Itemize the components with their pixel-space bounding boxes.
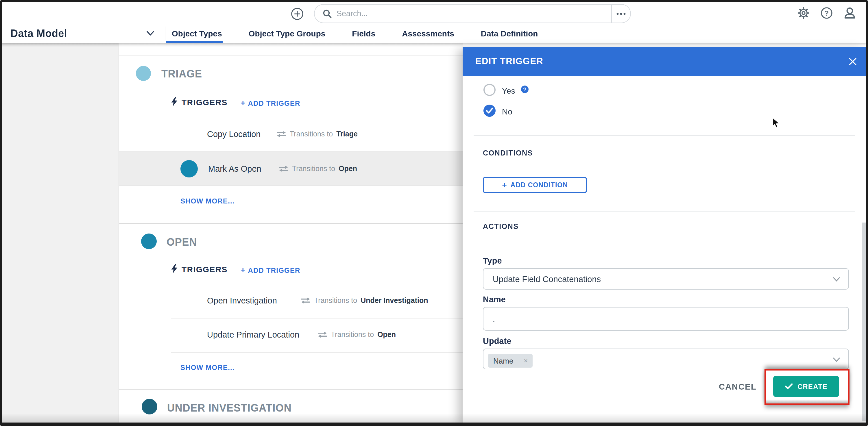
trigger-name[interactable]: Copy Location bbox=[207, 129, 260, 139]
settings-gear-icon[interactable] bbox=[798, 7, 810, 19]
section-title-triage: TRIAGE bbox=[161, 68, 202, 80]
create-button[interactable]: CREATE bbox=[773, 376, 839, 397]
search-more-button[interactable] bbox=[611, 5, 630, 23]
annotation-highlight-rect: CREATE bbox=[765, 369, 849, 405]
show-more-link-open[interactable]: SHOW MORE... bbox=[180, 364, 235, 372]
modal-header: EDIT TRIGGER bbox=[463, 47, 866, 76]
topbar-icons: ? bbox=[798, 7, 856, 19]
show-more-link-triage[interactable]: SHOW MORE... bbox=[180, 197, 235, 205]
active-tab-underline bbox=[166, 41, 223, 43]
trigger-transition: Transitions to Open bbox=[279, 165, 357, 173]
row-divider bbox=[171, 318, 463, 319]
trigger-name[interactable]: Update Primary Location bbox=[207, 330, 299, 339]
section-title-open: OPEN bbox=[166, 236, 197, 249]
lightning-icon bbox=[171, 97, 178, 106]
state-circle-triage bbox=[136, 66, 151, 81]
state-circle-open bbox=[141, 233, 157, 249]
triggers-heading-triage: TRIGGERS bbox=[182, 98, 227, 107]
tab-object-type-groups[interactable]: Object Type Groups bbox=[235, 29, 339, 38]
bottom-shade bbox=[2, 413, 866, 423]
triggers-heading-open: TRIGGERS bbox=[182, 265, 227, 274]
chevron-down-icon bbox=[833, 357, 840, 362]
tab-fields[interactable]: Fields bbox=[339, 29, 389, 38]
type-label: Type bbox=[483, 256, 502, 265]
left-sidebar bbox=[2, 43, 119, 423]
search-input[interactable]: Search... bbox=[314, 4, 631, 23]
trigger-transition: Transitions to Triage bbox=[276, 130, 358, 138]
type-select[interactable]: Update Field Concatenations bbox=[483, 268, 849, 290]
radio-no-label: No bbox=[502, 107, 513, 116]
plus-circle-icon bbox=[291, 7, 304, 20]
add-trigger-link-triage[interactable]: + ADD TRIGGER bbox=[241, 98, 301, 107]
modal-title: EDIT TRIGGER bbox=[475, 56, 543, 66]
top-bar: Search... ? bbox=[2, 2, 866, 24]
section-title-under-investigation: UNDER INVESTIGATION bbox=[167, 402, 292, 415]
tab-bar: Object Types Object Type Groups Fields A… bbox=[158, 24, 551, 43]
svg-text:?: ? bbox=[825, 9, 829, 17]
state-circle-under-investigation bbox=[142, 399, 157, 415]
trigger-circle-mark-as-open bbox=[180, 160, 198, 177]
add-condition-button[interactable]: +ADD CONDITION bbox=[483, 177, 587, 193]
name-input[interactable]: . bbox=[483, 307, 849, 331]
trigger-transition: Transitions to Under Investigation bbox=[301, 297, 428, 305]
close-icon[interactable] bbox=[846, 55, 859, 68]
name-label: Name bbox=[483, 295, 506, 304]
tab-data-definition[interactable]: Data Definition bbox=[468, 29, 551, 38]
mouse-cursor bbox=[772, 117, 781, 129]
app-window: Search... ? bbox=[0, 0, 868, 426]
ellipsis-icon bbox=[616, 12, 626, 15]
radio-yes-label: Yes bbox=[502, 86, 515, 95]
chevron-down-icon bbox=[146, 31, 154, 36]
search-icon bbox=[323, 9, 332, 18]
modal-divider bbox=[474, 211, 855, 211]
radio-no[interactable] bbox=[484, 105, 496, 117]
modal-divider bbox=[474, 135, 855, 136]
section-divider bbox=[119, 389, 463, 390]
conditions-heading: CONDITIONS bbox=[483, 149, 533, 157]
help-badge-icon[interactable]: ? bbox=[521, 86, 529, 93]
check-icon bbox=[785, 383, 793, 390]
update-label: Update bbox=[483, 336, 511, 346]
remove-tag-icon[interactable]: × bbox=[519, 357, 532, 365]
radio-yes[interactable] bbox=[484, 84, 496, 96]
tab-assessments[interactable]: Assessments bbox=[389, 29, 468, 38]
data-model-dropdown[interactable]: Data Model bbox=[10, 28, 67, 40]
cancel-button[interactable]: CANCEL bbox=[719, 382, 756, 391]
tab-object-types[interactable]: Object Types bbox=[158, 29, 235, 38]
transitions-icon bbox=[276, 131, 286, 138]
nav-bar: Data Model Object Types Object Type Grou… bbox=[2, 24, 866, 43]
trigger-name[interactable]: Open Investigation bbox=[207, 296, 277, 305]
help-icon[interactable]: ? bbox=[820, 7, 833, 19]
trigger-transition: Transitions to Open bbox=[317, 331, 396, 339]
transitions-icon bbox=[317, 331, 327, 338]
selected-tag: Name × bbox=[488, 354, 532, 368]
trigger-name[interactable]: Mark As Open bbox=[208, 164, 261, 173]
row-divider bbox=[171, 352, 463, 353]
account-icon[interactable] bbox=[844, 7, 856, 19]
content-top-divider bbox=[119, 56, 463, 56]
lightning-icon bbox=[171, 264, 178, 273]
chevron-down-icon bbox=[833, 277, 840, 282]
add-button[interactable] bbox=[291, 7, 304, 20]
section-divider bbox=[119, 223, 463, 224]
transitions-icon bbox=[301, 297, 311, 304]
add-trigger-link-open[interactable]: + ADD TRIGGER bbox=[241, 265, 301, 274]
search-placeholder: Search... bbox=[337, 9, 368, 18]
transitions-icon bbox=[279, 165, 288, 172]
edit-trigger-modal: EDIT TRIGGER Yes ? No CONDITIONS +ADD CO… bbox=[463, 47, 866, 423]
actions-heading: ACTIONS bbox=[483, 223, 519, 231]
update-select[interactable]: Name × bbox=[483, 349, 849, 369]
scrollbar[interactable] bbox=[861, 223, 866, 421]
